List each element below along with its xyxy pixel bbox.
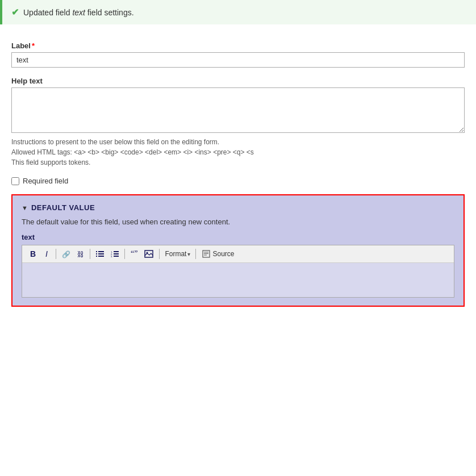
default-value-section: ▼ DEFAULT VALUE The default value for th… bbox=[11, 194, 465, 307]
svg-rect-11 bbox=[114, 256, 119, 257]
section-header: ▼ DEFAULT VALUE bbox=[22, 203, 454, 212]
link-button[interactable] bbox=[59, 248, 73, 260]
required-field-checkbox[interactable] bbox=[11, 177, 19, 185]
svg-rect-3 bbox=[98, 253, 104, 254]
svg-rect-5 bbox=[98, 256, 104, 257]
source-label: Source bbox=[212, 250, 234, 258]
separator-3 bbox=[124, 249, 125, 259]
help-text-hint: Instructions to present to the user belo… bbox=[11, 137, 465, 168]
format-arrow-icon: ▾ bbox=[187, 251, 190, 257]
section-title: DEFAULT VALUE bbox=[31, 203, 95, 212]
required-field-label: Required field bbox=[23, 177, 68, 185]
ul-button[interactable] bbox=[93, 248, 107, 260]
svg-rect-2 bbox=[96, 253, 97, 254]
label-field-group: Label* bbox=[11, 41, 465, 68]
label-input[interactable] bbox=[11, 52, 465, 68]
separator-4 bbox=[159, 249, 160, 259]
svg-rect-7 bbox=[114, 251, 119, 252]
svg-text:3.: 3. bbox=[111, 255, 112, 257]
image-button[interactable] bbox=[141, 248, 156, 260]
separator-2 bbox=[90, 249, 90, 259]
rich-text-editor: B I bbox=[22, 245, 454, 298]
help-text-field-group: Help text Instructions to present to the… bbox=[11, 77, 465, 168]
format-dropdown[interactable]: Format ▾ bbox=[162, 249, 193, 259]
unlink-icon bbox=[77, 250, 84, 258]
success-message: Updated field text field settings. bbox=[23, 8, 134, 17]
section-description: The default value for this field, used w… bbox=[22, 218, 454, 226]
svg-rect-9 bbox=[114, 253, 119, 254]
success-icon: ✔ bbox=[11, 7, 19, 18]
separator-1 bbox=[56, 249, 56, 259]
bold-button[interactable]: B bbox=[27, 248, 39, 260]
help-text-input[interactable] bbox=[11, 87, 465, 133]
svg-rect-0 bbox=[96, 251, 97, 252]
svg-rect-1 bbox=[98, 251, 104, 252]
italic-button[interactable]: I bbox=[40, 248, 53, 260]
required-marker: * bbox=[32, 41, 35, 50]
ul-icon bbox=[96, 250, 104, 257]
svg-rect-4 bbox=[96, 256, 97, 257]
ol-button[interactable]: 1. 2. 3. bbox=[108, 248, 122, 260]
unlink-button[interactable] bbox=[74, 248, 87, 260]
success-banner: ✔ Updated field text field settings. bbox=[0, 0, 476, 24]
section-toggle-icon[interactable]: ▼ bbox=[22, 204, 28, 211]
editor-toolbar: B I bbox=[22, 245, 454, 263]
image-icon bbox=[144, 250, 153, 258]
editor-content-area[interactable] bbox=[22, 263, 454, 297]
form-area: Label* Help text Instructions to present… bbox=[0, 36, 476, 324]
separator-5 bbox=[195, 249, 196, 259]
editor-field-label: text bbox=[22, 233, 454, 241]
blockquote-button[interactable]: “” bbox=[128, 248, 140, 260]
link-icon bbox=[62, 250, 70, 258]
required-field-row: Required field bbox=[11, 177, 465, 185]
ol-icon: 1. 2. 3. bbox=[111, 250, 119, 257]
label-field-label: Label* bbox=[11, 41, 465, 50]
help-text-label: Help text bbox=[11, 77, 465, 85]
source-button[interactable]: Source bbox=[199, 249, 237, 259]
source-icon bbox=[202, 250, 210, 258]
format-label: Format bbox=[165, 250, 186, 258]
